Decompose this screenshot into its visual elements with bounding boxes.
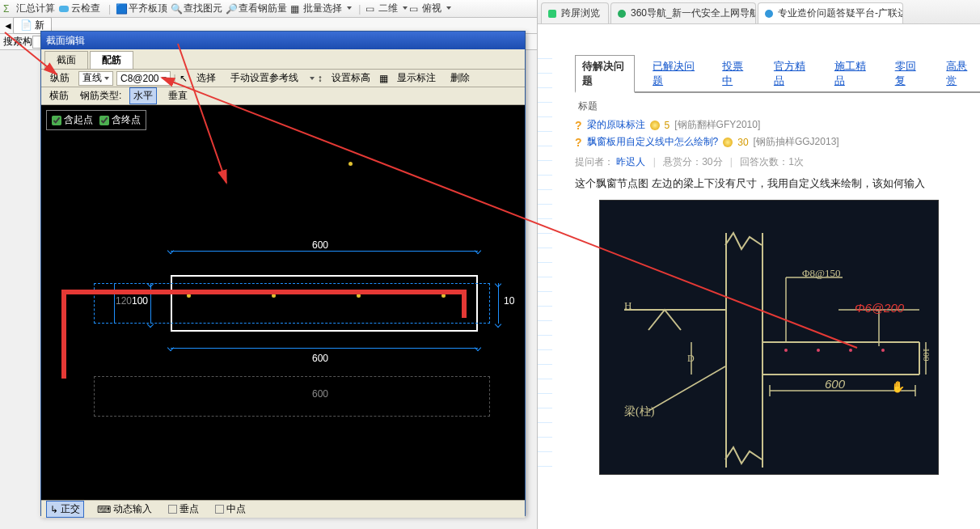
rebar-type-label: 钢筋类型:	[80, 89, 121, 103]
svg-point-4	[765, 10, 773, 18]
red-annotation-end	[462, 290, 467, 318]
svg-point-14	[817, 349, 820, 352]
btn-select[interactable]: 选择	[191, 70, 222, 87]
main-toolbar: Σ 汇总计算 云检查 | 🟦 平齐板顶 🔍 查找图元 🔎 查看钢筋量 ▦ 批量选…	[0, 0, 537, 18]
find-icon: 🔍	[171, 3, 182, 15]
btn-longitudinal[interactable]: 纵筋	[44, 70, 75, 87]
side-marker	[538, 58, 552, 479]
cursor-icon: ↖	[180, 73, 188, 84]
sel-rebar-spec[interactable]: C8@200	[116, 71, 171, 86]
svg-point-3	[618, 10, 626, 18]
question-link-1[interactable]: 飘窗板用自定义线中怎么绘制?	[587, 135, 719, 149]
browser-tabbar: 跨屏浏览 360导航_新一代安全上网导航 × 专业造价问题答疑平台-广联达服 ×	[538, 0, 980, 24]
label-100: 100	[922, 348, 931, 362]
toolbar-view-rebar[interactable]: 查看钢筋量	[239, 2, 287, 15]
toolbar-cloud-check[interactable]: 云检查	[71, 2, 100, 15]
browser-tab-2[interactable]: 专业造价问题答疑平台-广联达服 ×	[758, 2, 903, 23]
question-icon: ?	[575, 136, 582, 149]
question-meta: 提问者： 昨迟人 | 悬赏分：30分 | 回答次数：1次	[575, 155, 980, 169]
editor-statusbar: ↳ 正交 ⌨ 动态输入 垂点 中点	[41, 500, 525, 518]
editor-titlebar[interactable]: 截面编辑	[41, 32, 525, 49]
ntab-construction[interactable]: 施工精品	[828, 56, 877, 91]
sigma-icon: Σ	[3, 3, 15, 15]
svg-point-16	[881, 349, 885, 352]
ntab-voting[interactable]: 投票中	[716, 56, 756, 91]
orient-icon: ▭	[409, 3, 420, 15]
label-phi8: Φ8@150	[802, 267, 840, 280]
svg-point-15	[849, 349, 852, 352]
question-link-0[interactable]: 梁的原味标注	[587, 118, 645, 132]
question-row-0: ? 梁的原味标注 5 [钢筋翻样GFY2010]	[575, 118, 980, 132]
view2d-icon: ▭	[365, 3, 377, 15]
question-body: 这个飘窗节点图 左边的梁上下没有尺寸，我用自定义线来绘制，该如何输入	[575, 176, 980, 192]
ntab-official[interactable]: 官方精品	[767, 56, 817, 91]
sb-mid[interactable]: 中点	[212, 501, 249, 517]
btn-show-annot[interactable]: 显示标注	[391, 70, 441, 87]
browser-tab-1[interactable]: 360导航_新一代安全上网导航 ×	[610, 2, 756, 23]
sel-line-type[interactable]: 直线	[78, 71, 113, 86]
ntab-highreward[interactable]: 高悬赏	[940, 56, 980, 91]
reward-0: 5	[665, 120, 670, 131]
attached-photo[interactable]: ✋ H Φ8@150 Φ6@200 600 100 D 梁(柱)	[599, 200, 939, 475]
red-annotation-v	[61, 290, 66, 379]
cloud-check-icon	[58, 3, 70, 15]
label-phi6: Φ6@200	[855, 301, 904, 315]
sb-perp[interactable]: 垂点	[165, 501, 202, 517]
tab-section[interactable]: 截面	[44, 51, 88, 69]
svg-text:Σ: Σ	[3, 3, 9, 15]
toolbar-find-element[interactable]: 查找图元	[184, 2, 222, 15]
label-beam: 梁(柱)	[624, 404, 654, 419]
editor-toolbar: 纵筋 直线 C8@200 | ↖ 选择 手动设置参考线 ↕ 设置标高 ▦ 显示标…	[41, 70, 525, 87]
toolbar-sum-calc[interactable]: 汇总计算	[16, 2, 55, 15]
label-600: 600	[825, 377, 845, 391]
rebar-qty-icon: 🔎	[226, 3, 237, 15]
opt-transverse[interactable]: 横筋	[46, 88, 72, 104]
asker-link[interactable]: 昨迟人	[616, 156, 645, 167]
svg-point-13	[784, 349, 788, 352]
btn-set-elev[interactable]: 设置标高	[326, 70, 376, 87]
chk-include-end[interactable]: 含终点	[99, 113, 141, 127]
batch-select-icon: ▦	[290, 3, 302, 15]
btn-manual-ref[interactable]: 手动设置参考线	[225, 70, 304, 87]
align-icon: 🟦	[116, 3, 127, 15]
column-title: 标题	[578, 99, 980, 113]
btn-delete[interactable]: 删除	[445, 70, 475, 87]
toolbar-2d[interactable]: 二维	[378, 2, 398, 15]
svg-text:✋: ✋	[891, 380, 906, 394]
question-row-1: ? 飘窗板用自定义线中怎么绘制? 30 [钢筋抽样GGJ2013]	[575, 135, 980, 149]
tab-rebar[interactable]: 配筋	[90, 51, 133, 69]
dim-100-left: 100	[132, 295, 148, 307]
sb-dyn-input[interactable]: ⌨ 动态输入	[94, 501, 155, 517]
sb-ortho[interactable]: ↳ 正交	[46, 501, 84, 518]
ntab-noreply[interactable]: 零回复	[889, 56, 929, 91]
toolbar-topview[interactable]: 俯视	[422, 2, 441, 15]
dim-600-bottom: 600	[312, 353, 328, 364]
opt-vertical[interactable]: 垂直	[165, 88, 191, 104]
chk-include-start[interactable]: 含起点	[52, 113, 93, 127]
tag-1: [钢筋抽样GGJ2013]	[754, 135, 839, 149]
svg-line-23	[648, 366, 725, 411]
chevron-left-icon[interactable]: ◄	[3, 20, 13, 32]
ntab-pending[interactable]: 待解决问题	[575, 55, 635, 93]
ntab-solved[interactable]: 已解决问题	[646, 56, 704, 91]
toolbar-align-slab[interactable]: 平齐板顶	[129, 2, 167, 15]
dim-120: 120	[116, 295, 132, 307]
svg-rect-2	[548, 10, 556, 18]
coin-icon	[723, 138, 733, 147]
forum-nav-tabs: 待解决问题 已解决问题 投票中 官方精品 施工精品 零回复 高悬赏	[575, 55, 980, 93]
elev-icon: ↕	[318, 73, 323, 84]
cad-app-pane: Σ 汇总计算 云检查 | 🟦 平齐板顶 🔍 查找图元 🔎 查看钢筋量 ▦ 批量选…	[0, 0, 538, 529]
rebar-dot	[348, 162, 353, 166]
dim-600-top: 600	[312, 239, 328, 251]
drawing-canvas[interactable]: 含起点 含终点 600 120 100 10	[41, 105, 525, 500]
toolbar-batch-select[interactable]: 批量选择	[303, 2, 342, 15]
browser-tab-0[interactable]: 跨屏浏览	[541, 2, 609, 23]
opt-horizontal[interactable]: 水平	[129, 87, 157, 104]
coin-icon	[650, 121, 660, 130]
dim-line-bottom	[171, 348, 478, 349]
dim-100-right: 10	[504, 295, 514, 307]
annot-icon: ▦	[379, 73, 388, 84]
editor-subbar: 横筋 钢筋类型: 水平 垂直	[41, 87, 525, 105]
editor-title: 截面编辑	[46, 34, 85, 48]
question-icon: ?	[575, 119, 582, 132]
